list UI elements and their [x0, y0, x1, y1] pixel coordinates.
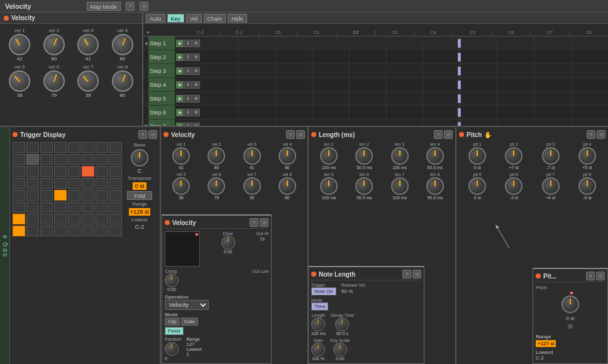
trig-r6c3[interactable]: [40, 202, 53, 212]
vel-sub-knob-5[interactable]: vel 5 38: [172, 172, 190, 200]
vel-sub-knob-4[interactable]: vel 4 80: [279, 142, 296, 170]
trig-r1c6[interactable]: [82, 142, 94, 153]
trig-r7c5[interactable]: [68, 214, 80, 224]
trig-r4c1[interactable]: [13, 178, 25, 189]
fold-btn[interactable]: Fold: [127, 191, 152, 200]
len-knob-4[interactable]: len 4 50.0 ms: [426, 142, 444, 170]
key-btn[interactable]: Key: [167, 14, 185, 23]
base-knob[interactable]: [131, 149, 148, 167]
pitch-knob-8-ctrl[interactable]: [578, 177, 596, 195]
trig-r1c4[interactable]: [54, 142, 67, 153]
trig-r6c8[interactable]: [109, 202, 122, 212]
step-6-icon1[interactable]: ▶: [176, 109, 184, 116]
trig-r3c8[interactable]: [109, 166, 122, 177]
trig-r5c2[interactable]: [26, 190, 39, 201]
trig-r1c7[interactable]: [96, 142, 108, 153]
vel-sub-knob-8-ctrl[interactable]: [279, 177, 296, 195]
trig-r7c2[interactable]: [26, 214, 39, 224]
vel-sub-knob-1[interactable]: vel 1 42: [172, 142, 190, 170]
vel-sub-knob-2[interactable]: vel 2 80: [207, 142, 225, 170]
step-1-icon1[interactable]: ▶: [176, 40, 184, 47]
gate-knob[interactable]: [311, 343, 325, 356]
trig-r5c6[interactable]: [82, 190, 94, 201]
vel-knob-7-control[interactable]: [77, 70, 99, 92]
vel-sub-knob-8[interactable]: vel 8 80: [279, 172, 296, 200]
len-knob-5-ctrl[interactable]: [320, 177, 338, 195]
trig-r8c5[interactable]: [68, 226, 80, 236]
vel-sub-knob-2-ctrl[interactable]: [207, 147, 225, 165]
trig-r7c3[interactable]: [40, 214, 53, 224]
step-4-s-btn[interactable]: S: [184, 81, 192, 89]
map-mode-btn[interactable]: Map Mode: [87, 2, 121, 11]
trig-r7c4[interactable]: [54, 214, 67, 224]
pitch-knob-6[interactable]: pit 6 -3 st: [505, 172, 522, 200]
trig-r4c6[interactable]: [82, 178, 94, 189]
trig-r2c8[interactable]: [109, 154, 122, 165]
operation-select[interactable]: Velocity: [165, 300, 209, 310]
trig-r5c5[interactable]: [68, 190, 80, 201]
trig-r5c8[interactable]: [109, 190, 122, 201]
trig-r3c6[interactable]: [82, 166, 94, 177]
trig-r8c3[interactable]: [40, 226, 53, 236]
chain-btn[interactable]: Chain: [204, 14, 226, 23]
pitch-knob-5-ctrl[interactable]: [468, 177, 486, 195]
len-knob-4-ctrl[interactable]: [426, 147, 444, 165]
trig-r4c3[interactable]: [40, 178, 53, 189]
step-3-gear[interactable]: ⚙: [192, 67, 200, 75]
trig-r8c1[interactable]: [13, 226, 25, 236]
step-6-grid[interactable]: [201, 106, 608, 119]
trig-r2c2[interactable]: [26, 154, 39, 165]
step-2-icon1[interactable]: ▶: [176, 53, 184, 61]
trig-r8c8[interactable]: [109, 226, 122, 236]
vel-sub-knob-6[interactable]: vel 6 79: [207, 172, 225, 200]
trig-r2c7[interactable]: [96, 154, 108, 165]
vel-knob-3-control[interactable]: [77, 34, 99, 55]
vel-knob-8[interactable]: vel 8 80: [112, 64, 133, 98]
trig-r1c3[interactable]: [40, 142, 53, 153]
vel-knob-2[interactable]: vel 2 80: [43, 28, 65, 62]
clip-btn[interactable]: Clip: [165, 317, 180, 326]
trig-r2c3[interactable]: [40, 154, 53, 165]
random-knob[interactable]: [165, 342, 179, 356]
vel-knob-8-control[interactable]: [112, 70, 133, 92]
key-scale-knob[interactable]: [333, 343, 347, 356]
vel-knob-6[interactable]: vel 6 79: [43, 64, 65, 98]
trig-r1c8[interactable]: [109, 142, 122, 153]
trig-r2c1[interactable]: [13, 154, 25, 165]
vel-sub-icon2[interactable]: ⊙: [296, 130, 305, 139]
len-knob-3-ctrl[interactable]: [391, 147, 409, 165]
vel-ov-icon2[interactable]: ⊙: [260, 218, 268, 227]
trig-r5c1[interactable]: [13, 190, 25, 201]
trig-r6c2[interactable]: [26, 202, 39, 212]
trig-r6c1[interactable]: [13, 202, 25, 212]
trig-r6c6[interactable]: [82, 202, 94, 212]
trig-r6c4[interactable]: [54, 202, 67, 212]
gate-btn[interactable]: Gate: [181, 317, 198, 326]
vel-sub-knob-7[interactable]: vel 7 39: [243, 172, 261, 200]
trig-r4c4[interactable]: [54, 178, 67, 189]
step-5-s-btn[interactable]: S: [184, 95, 192, 102]
vel-knob-5[interactable]: vel 5 38: [9, 64, 30, 98]
trig-r3c5[interactable]: [68, 166, 80, 177]
notelen-icon2[interactable]: ⊙: [412, 270, 421, 279]
icon-btn-2[interactable]: ⊙: [140, 2, 148, 11]
pitch-knob-2-ctrl[interactable]: [505, 147, 522, 165]
trig-r5c4[interactable]: [54, 190, 67, 201]
len-icon1[interactable]: ?: [434, 130, 443, 139]
vel-sub-knob-3[interactable]: vel 3 41: [243, 142, 261, 170]
vel-ov-icon1[interactable]: ?: [250, 218, 258, 227]
time-btn[interactable]: Time: [311, 302, 328, 311]
vel-sub-knob-3-ctrl[interactable]: [243, 147, 261, 165]
vel-sub-knob-7-ctrl[interactable]: [243, 177, 261, 195]
step-1-gear[interactable]: ⚙: [192, 40, 200, 47]
trig-r3c3[interactable]: [40, 166, 53, 177]
trig-r4c2[interactable]: [26, 178, 39, 189]
len-knob-6[interactable]: len 6 50.0 ms: [355, 172, 373, 200]
pitch-knob-6-ctrl[interactable]: [505, 177, 522, 195]
vel-knob-2-control[interactable]: [43, 34, 65, 55]
pitch-knob-4[interactable]: pit 4 +5 st: [578, 142, 596, 170]
vel-sub-knob-1-ctrl[interactable]: [172, 147, 190, 165]
trig-r2c6[interactable]: [82, 154, 94, 165]
pitch-ov-knob[interactable]: [561, 295, 579, 313]
trigger-icon1[interactable]: ?: [138, 130, 147, 139]
